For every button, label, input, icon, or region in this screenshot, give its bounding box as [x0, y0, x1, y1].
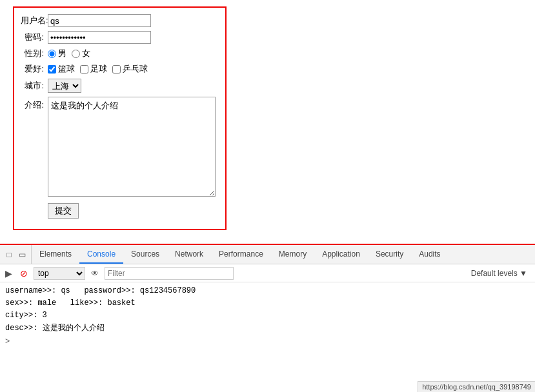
gender-male-radio[interactable] [48, 50, 56, 58]
username-label: 用户名: [21, 15, 44, 26]
tab-memory[interactable]: Memory [271, 245, 314, 264]
tab-security[interactable]: Security [368, 245, 411, 264]
city-label: 城市: [21, 80, 44, 92]
console-default-levels[interactable]: Default levels ▼ [471, 269, 532, 278]
city-row: 城市: 上海 北京 广州 深圳 [21, 79, 216, 93]
gender-male-label: 男 [58, 48, 66, 59]
username-input[interactable] [48, 14, 151, 27]
tab-sources[interactable]: Sources [123, 245, 167, 264]
console-prompt: > [5, 336, 530, 348]
tab-audits[interactable]: Audits [411, 245, 448, 264]
intro-row: 介绍: 这是我的个人介绍 [21, 97, 216, 197]
hobby-football-label: 足球 [90, 63, 107, 75]
hobby-basketball-checkbox[interactable] [48, 65, 56, 74]
submit-row: 提交 [21, 201, 216, 219]
form-area: 用户名: 密码: 性别: 男 女 爱好: [0, 0, 535, 237]
hobby-basketball-label: 篮球 [58, 63, 75, 75]
console-line-1: username>>: qs password>>: qs1234567890 [5, 285, 530, 297]
gender-male-option[interactable]: 男 [48, 48, 66, 59]
hobby-football-checkbox[interactable] [80, 65, 88, 74]
console-line-2: sex>>: male like>>: basket [5, 297, 530, 309]
devtools-panel: □ ▭ Elements Console Sources Network Per… [0, 244, 535, 392]
username-row: 用户名: [21, 14, 216, 27]
hobby-pingpong-label: 乒乓球 [123, 63, 148, 75]
devtools-toolbar: □ ▭ Elements Console Sources Network Per… [0, 245, 535, 264]
gender-label: 性别: [21, 48, 44, 59]
tab-elements[interactable]: Elements [32, 245, 79, 264]
tab-console[interactable]: Console [79, 245, 123, 264]
submit-button[interactable]: 提交 [48, 203, 79, 219]
console-filter-input[interactable] [105, 267, 234, 280]
form-container: 用户名: 密码: 性别: 男 女 爱好: [13, 6, 227, 230]
url-bar: https://blog.csdn.net/qq_39198749 [418, 381, 535, 392]
inspect-element-icon[interactable]: □ [4, 250, 14, 260]
gender-row: 性别: 男 女 [21, 48, 216, 59]
gender-female-option[interactable]: 女 [72, 48, 90, 59]
hobby-row: 爱好: 篮球 足球 乒乓球 [21, 63, 216, 75]
console-line-3: city>>: 3 [5, 309, 530, 322]
password-label: 密码: [21, 32, 44, 43]
password-input[interactable] [48, 31, 151, 44]
city-select[interactable]: 上海 北京 广州 深圳 [48, 79, 81, 93]
hobby-football-option[interactable]: 足球 [80, 63, 107, 75]
intro-textarea[interactable]: 这是我的个人介绍 [48, 97, 216, 197]
hobby-label: 爱好: [21, 63, 44, 75]
gender-female-label: 女 [82, 48, 90, 59]
gender-female-radio[interactable] [72, 50, 80, 58]
console-line-4: desc>>: 这是我的个人介绍 [5, 322, 530, 335]
console-output: username>>: qs password>>: qs1234567890 … [0, 282, 535, 392]
console-run-icon[interactable]: ▶ [3, 268, 14, 279]
password-row: 密码: [21, 31, 216, 44]
gender-radio-group: 男 女 [48, 48, 90, 59]
hobby-pingpong-checkbox[interactable] [112, 65, 121, 74]
tab-performance[interactable]: Performance [211, 245, 271, 264]
console-prompt-arrow: > [5, 336, 10, 348]
device-toolbar-icon[interactable]: ▭ [17, 250, 27, 260]
console-bar: ▶ ⊘ top 👁 Default levels ▼ [0, 264, 535, 282]
hobby-pingpong-option[interactable]: 乒乓球 [112, 63, 148, 75]
intro-label: 介绍: [21, 99, 44, 111]
tab-application[interactable]: Application [314, 245, 368, 264]
hobby-basketball-option[interactable]: 篮球 [48, 63, 75, 75]
hobby-checkbox-group: 篮球 足球 乒乓球 [48, 63, 148, 75]
console-block-icon[interactable]: ⊘ [18, 268, 30, 279]
tab-network[interactable]: Network [167, 245, 211, 264]
console-eye-icon[interactable]: 👁 [89, 268, 101, 279]
devtools-icon-group: □ ▭ [0, 245, 32, 264]
devtools-tabs: Elements Console Sources Network Perform… [32, 245, 449, 264]
console-top-select[interactable]: top [34, 267, 85, 280]
